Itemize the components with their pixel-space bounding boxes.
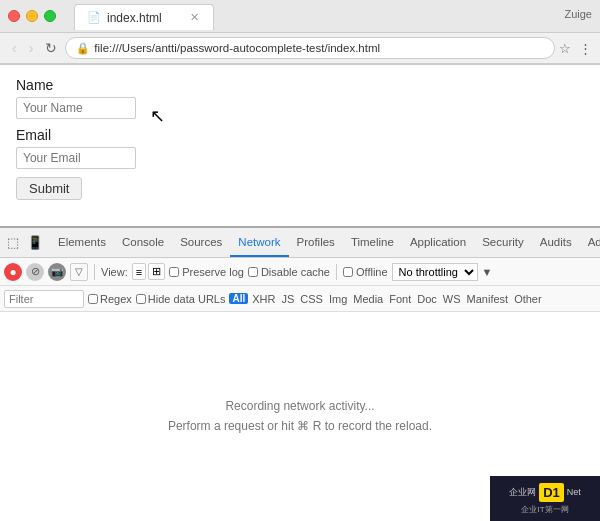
filter-ws[interactable]: WS <box>443 293 461 305</box>
regex-checkbox[interactable]: Regex <box>88 293 132 305</box>
hide-data-urls-checkbox[interactable]: Hide data URLs <box>136 293 226 305</box>
all-badge[interactable]: All <box>229 293 248 304</box>
filter-types: XHR JS CSS Img Media Font Doc WS Manifes… <box>252 293 541 305</box>
watermark-logo: D1 <box>539 483 564 502</box>
zuige-label: Zuige <box>564 8 592 20</box>
watermark: 企业网 D1 Net 企业IT第一网 <box>490 476 600 521</box>
tab-network[interactable]: Network <box>230 228 288 257</box>
address-text: file:///Users/antti/password-autocomplet… <box>94 42 544 54</box>
email-label: Email <box>16 127 584 143</box>
minimize-button[interactable] <box>26 10 38 22</box>
filter-media[interactable]: Media <box>353 293 383 305</box>
throttling-select[interactable]: No throttling <box>392 263 478 281</box>
hide-data-urls-label: Hide data URLs <box>148 293 226 305</box>
security-icon: 🔒 <box>76 42 90 55</box>
address-bar[interactable]: 🔒 file:///Users/antti/password-autocompl… <box>65 37 555 59</box>
devtools-tab-bar: ⬚ 📱 Elements Console Sources Network Pro… <box>0 228 600 258</box>
refresh-button[interactable]: ↻ <box>41 38 61 58</box>
tab-audits[interactable]: Audits <box>532 228 580 257</box>
camera-button[interactable]: 📷 <box>48 263 66 281</box>
filter-css[interactable]: CSS <box>300 293 323 305</box>
back-button[interactable]: ‹ <box>8 38 21 58</box>
empty-line2: Perform a request or hit ⌘ R to record t… <box>168 417 432 436</box>
filter-js[interactable]: JS <box>281 293 294 305</box>
clear-button[interactable]: ⊘ <box>26 263 44 281</box>
separator-1 <box>94 264 95 280</box>
filter-doc[interactable]: Doc <box>417 293 437 305</box>
view-label: View: <box>101 266 128 278</box>
tab-application[interactable]: Application <box>402 228 474 257</box>
tab-security[interactable]: Security <box>474 228 532 257</box>
network-toolbar: ● ⊘ 📷 ▽ View: ≡ ⊞ Preserve log Disable c… <box>0 258 600 286</box>
tab-console[interactable]: Console <box>114 228 172 257</box>
filter-other[interactable]: Other <box>514 293 542 305</box>
mobile-icon[interactable]: 📱 <box>26 234 44 252</box>
maximize-button[interactable] <box>44 10 56 22</box>
tab-close-button[interactable]: ✕ <box>187 11 201 25</box>
tab-favicon: 📄 <box>87 11 101 25</box>
tab-timeline[interactable]: Timeline <box>343 228 402 257</box>
filter-xhr[interactable]: XHR <box>252 293 275 305</box>
name-input[interactable] <box>16 97 136 119</box>
forward-button[interactable]: › <box>25 38 38 58</box>
page-content: Name Email Submit <box>0 65 600 205</box>
name-label: Name <box>16 77 584 93</box>
tab-sources[interactable]: Sources <box>172 228 230 257</box>
tab-profiles[interactable]: Profiles <box>289 228 343 257</box>
view-list-button[interactable]: ≡ <box>132 263 146 280</box>
tab-elements[interactable]: Elements <box>50 228 114 257</box>
watermark-net: Net <box>567 487 581 497</box>
bookmark-button[interactable]: ☆ <box>559 41 571 56</box>
menu-button[interactable]: ⋮ <box>579 41 592 56</box>
separator-2 <box>336 264 337 280</box>
tab-title: index.html <box>107 11 181 25</box>
regex-label: Regex <box>100 293 132 305</box>
filter-button[interactable]: ▽ <box>70 263 88 281</box>
filter-input[interactable] <box>4 290 84 308</box>
preserve-log-checkbox[interactable]: Preserve log <box>169 266 244 278</box>
submit-button[interactable]: Submit <box>16 177 82 200</box>
tab-adblock[interactable]: AdBlock <box>580 228 600 257</box>
inspect-element-icon[interactable]: ⬚ <box>4 234 22 252</box>
nav-bar: ‹ › ↻ 🔒 file:///Users/antti/password-aut… <box>0 32 600 64</box>
watermark-subtitle: 企业IT第一网 <box>521 504 568 515</box>
email-input[interactable] <box>16 147 136 169</box>
empty-line1: Recording network activity... <box>168 397 432 416</box>
offline-checkbox[interactable]: Offline <box>343 266 388 278</box>
watermark-site-icon: 企业网 <box>509 486 536 499</box>
close-button[interactable] <box>8 10 20 22</box>
disable-cache-checkbox[interactable]: Disable cache <box>248 266 330 278</box>
view-group-button[interactable]: ⊞ <box>148 263 165 280</box>
filter-bar: Regex Hide data URLs All XHR JS CSS Img … <box>0 286 600 312</box>
browser-tab[interactable]: 📄 index.html ✕ <box>74 4 214 30</box>
filter-manifest[interactable]: Manifest <box>467 293 509 305</box>
filter-font[interactable]: Font <box>389 293 411 305</box>
throttling-arrow: ▼ <box>482 266 493 278</box>
filter-img[interactable]: Img <box>329 293 347 305</box>
record-button[interactable]: ● <box>4 263 22 281</box>
